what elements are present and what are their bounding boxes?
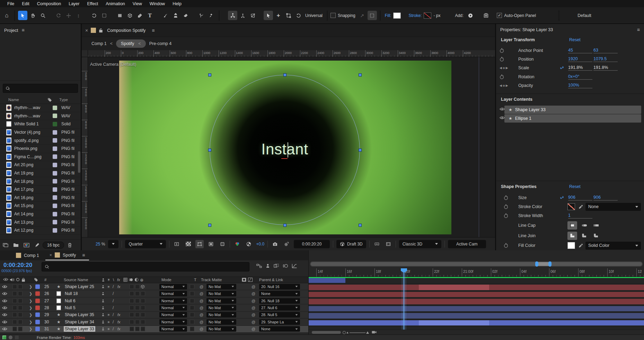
label-color-chip[interactable]: [53, 171, 57, 176]
brush-tool[interactable]: [161, 11, 170, 20]
layer-duration-bar[interactable]: [309, 278, 345, 283]
show-snapshot-icon[interactable]: [282, 240, 291, 248]
parent-link-dropdown[interactable]: 26. Null 18: [259, 298, 300, 304]
layer-label-chip[interactable]: [35, 284, 40, 289]
quality-switch[interactable]: /: [113, 305, 114, 310]
snapping-checkbox[interactable]: [330, 13, 336, 18]
property-label[interactable]: Position: [518, 57, 533, 62]
rectangle-tool[interactable]: [115, 11, 124, 20]
layer-name[interactable]: Shape Layer 34: [64, 319, 95, 325]
selection-handle[interactable]: [283, 73, 286, 77]
eye-icon[interactable]: [2, 306, 7, 310]
t-column-header[interactable]: T: [194, 278, 196, 282]
Phoenix.png[interactable]: Phoenix.png PNG fil: [0, 145, 81, 153]
horizontal-ruler[interactable]: 2000200400600800100012001400160018002000…: [88, 50, 495, 57]
close-tab-icon[interactable]: ×: [85, 28, 88, 33]
menu-item[interactable]: Animation: [102, 1, 129, 6]
toggle-mask-path-icon[interactable]: [195, 240, 204, 248]
layer-label-chip[interactable]: [35, 313, 40, 317]
3d-layer-toggle[interactable]: [141, 327, 145, 331]
frame-blending-icon[interactable]: [274, 263, 279, 268]
Shape Layer 25[interactable]: [309, 277, 644, 284]
timeline-tab-comp1[interactable]: Comp 1: [12, 250, 43, 260]
zoom-slider[interactable]: [350, 332, 365, 333]
timeline-navigator[interactable]: [310, 261, 643, 267]
property-value-y[interactable]: 191.8%: [593, 65, 618, 71]
link-dimensions-icon[interactable]: [559, 196, 564, 200]
rhythm-....wav[interactable]: rhythm-....wav WAV: [0, 104, 81, 112]
label-color-chip[interactable]: [53, 179, 57, 184]
stopwatch-icon[interactable]: [504, 213, 508, 218]
roto-brush-tool[interactable]: [196, 11, 206, 20]
parent-link-dropdown[interactable]: 29. Shape La: [259, 319, 300, 325]
menu-item[interactable]: Window: [146, 1, 169, 6]
property-control[interactable]: [500, 74, 515, 79]
track-matte-dropdown[interactable]: No Mat: [206, 319, 236, 325]
property-value-y[interactable]: 1079.5: [593, 56, 618, 62]
quality-switch[interactable]: /: [113, 284, 114, 289]
layer-duration-bar[interactable]: [309, 299, 644, 304]
scrollbar-thumb[interactable]: [312, 331, 341, 334]
line-cap-label[interactable]: Line Cap: [518, 223, 536, 228]
fill-color-swatch[interactable]: [393, 12, 401, 19]
matte-pickwhip-icon[interactable]: @: [200, 292, 203, 296]
blend-mode-dropdown[interactable]: Normal: [159, 305, 187, 311]
preserve-transparency-toggle[interactable]: [190, 305, 194, 310]
eye-icon[interactable]: [2, 292, 7, 295]
view-layout-icon[interactable]: [384, 240, 392, 248]
solo-toggle[interactable]: [18, 327, 23, 331]
Null 6[interactable]: ❯ 27 ★ Null 6 ☀ / fx Normal @: [0, 297, 308, 304]
parent-pickwhip-icon[interactable]: @: [252, 320, 255, 324]
size-width-value[interactable]: 906: [568, 195, 592, 200]
panel-menu-icon[interactable]: ≡: [152, 28, 155, 33]
selection-handle[interactable]: [208, 149, 211, 152]
matte-pickwhip-icon[interactable]: @: [200, 320, 203, 324]
preserve-transparency-toggle[interactable]: [190, 284, 194, 289]
layer-name[interactable]: Null 6: [64, 298, 77, 304]
matte-pickwhip-icon[interactable]: @: [200, 306, 203, 310]
close-tab-icon[interactable]: ×: [50, 253, 52, 258]
expand-arrow-icon[interactable]: ❯: [29, 320, 32, 324]
hand-tool[interactable]: [28, 11, 37, 20]
eraser-tool[interactable]: [181, 11, 190, 20]
property-control[interactable]: ◀◆▶: [500, 66, 515, 70]
parent-link-dropdown[interactable]: None: [259, 291, 300, 296]
matte-pickwhip-icon[interactable]: @: [200, 313, 203, 317]
layer-label-chip[interactable]: [35, 292, 40, 296]
frame-blend-toggle[interactable]: [130, 305, 134, 310]
label-color-chip[interactable]: [53, 195, 57, 200]
Vector (4).png[interactable]: Vector (4).png PNG fil: [0, 128, 81, 137]
menu-item[interactable]: Composition: [33, 1, 65, 6]
stereo-3d-view-icon[interactable]: [373, 240, 381, 248]
gizmo-position-icon[interactable]: +: [274, 11, 283, 20]
time-ruler[interactable]: 14f16f18f20f22f21:00f02f04f06f08f10f12: [309, 268, 644, 277]
current-time-field[interactable]: 0:00:20:20: [3, 262, 32, 269]
projecting-cap-button[interactable]: [591, 221, 601, 230]
layer-label-chip[interactable]: [35, 305, 40, 310]
audio-toggle[interactable]: [12, 313, 17, 317]
3d-layer-toggle[interactable]: [141, 305, 145, 310]
layer-name[interactable]: Null 5: [64, 305, 77, 311]
collapse-switch[interactable]: ☀: [107, 285, 110, 288]
shy-switch[interactable]: [101, 285, 105, 289]
motion-blur-toggle[interactable]: [135, 292, 140, 296]
effects-switch[interactable]: fx: [117, 285, 121, 289]
menu-item[interactable]: File: [3, 1, 18, 6]
audio-toggle[interactable]: [12, 327, 17, 331]
magnification-value[interactable]: 25 %: [96, 242, 105, 247]
label-color-chip[interactable]: [53, 187, 57, 192]
label-color-chip[interactable]: [53, 154, 57, 159]
property-control[interactable]: [500, 48, 515, 53]
layer-duration-bar[interactable]: [309, 306, 644, 311]
panel-menu-icon[interactable]: ≡: [637, 27, 640, 33]
label-color-chip[interactable]: [53, 228, 57, 233]
White Solid 1[interactable]: White Solid 1 Solid: [0, 120, 81, 128]
track-matte-dropdown[interactable]: No Mat: [206, 291, 236, 296]
Null 5[interactable]: [309, 298, 644, 305]
size-height-value[interactable]: 906: [593, 195, 618, 200]
blend-mode-dropdown[interactable]: Normal: [159, 312, 187, 317]
layer-label-chip[interactable]: [35, 298, 40, 303]
label-color-chip[interactable]: [53, 220, 57, 224]
layer-duration-bar[interactable]: [309, 292, 644, 297]
motion-blur-toggle[interactable]: [135, 305, 140, 310]
